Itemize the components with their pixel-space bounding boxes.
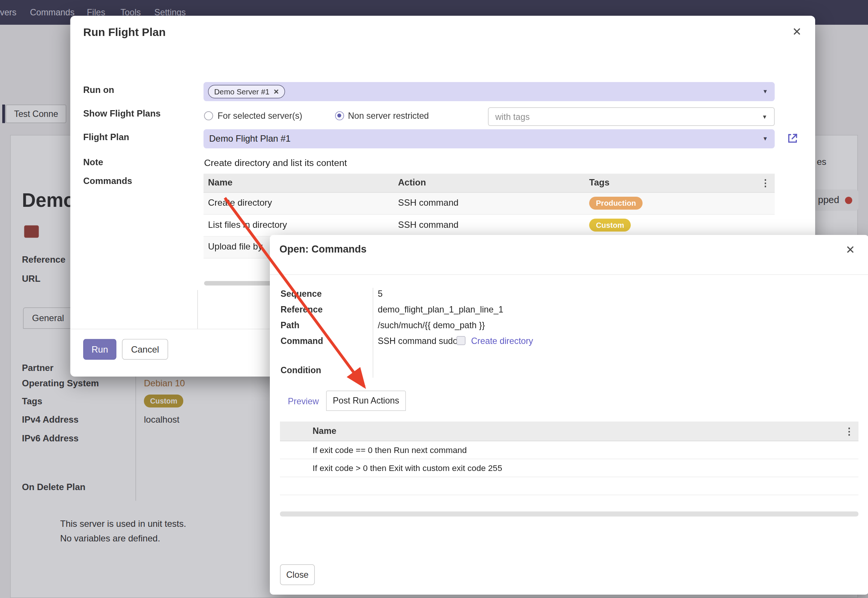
horizontal-scrollbar[interactable]	[280, 511, 859, 517]
post-run-actions-table: Name ⋮ If exit code == 0 then Run next c…	[280, 422, 859, 495]
radio-selected-servers-label[interactable]: For selected server(s)	[218, 111, 302, 121]
col-tags: Tags	[589, 178, 609, 188]
chip-remove-icon[interactable]: ✕	[273, 88, 279, 96]
col-name: Name	[208, 178, 232, 188]
row-name: List files in directory	[208, 220, 287, 230]
tag-badge-production: Production	[589, 197, 643, 210]
run-button[interactable]: Run	[83, 339, 117, 360]
run-on-select[interactable]: Demo Server #1 ✕ ▼	[204, 82, 775, 101]
tag-badge-custom: Custom	[589, 219, 631, 232]
row-action: SSH command	[398, 198, 458, 208]
chevron-down-icon[interactable]: ▼	[762, 88, 768, 95]
row-name: Upload file by	[208, 242, 262, 252]
open-commands-modal: Open: Commands ✕ Sequence Reference Path…	[270, 235, 868, 595]
flight-plan-select[interactable]: Demo Flight Plan #1 ▼	[204, 129, 775, 148]
chevron-down-icon[interactable]: ▼	[762, 136, 768, 142]
run-on-label: Run on	[83, 85, 114, 95]
tab-preview[interactable]: Preview	[288, 396, 319, 407]
row-action: SSH command	[398, 220, 458, 230]
table-row[interactable]: Create directory SSH command Production	[204, 193, 775, 215]
row-name: If exit code > 0 then Exit with custom e…	[313, 463, 502, 473]
create-directory-link[interactable]: Create directory	[471, 336, 533, 346]
radio-non-server-restricted[interactable]	[335, 111, 344, 120]
open-commands-title: Open: Commands	[280, 244, 367, 256]
show-flight-plans-label: Show Flight Plans	[83, 109, 161, 119]
row-name: Create directory	[208, 198, 272, 208]
server-chip[interactable]: Demo Server #1 ✕	[208, 85, 285, 99]
tab-post-run-actions-label: Post Run Actions	[333, 396, 399, 406]
sequence-label: Sequence	[281, 289, 322, 299]
close-icon[interactable]: ✕	[846, 243, 855, 256]
post-run-table-header: Name ⋮	[280, 422, 859, 441]
kebab-menu-icon[interactable]: ⋮	[844, 426, 854, 438]
with-tags-select[interactable]: with tags ▼	[488, 108, 775, 126]
table-row[interactable]: List files in directory SSH command Cust…	[204, 215, 775, 237]
flight-plan-description: Create directory and list its content	[204, 157, 347, 168]
tab-post-run-actions[interactable]: Post Run Actions	[326, 391, 406, 411]
with-tags-placeholder: with tags	[495, 112, 530, 122]
app-stage: vers Commands Files Tools Settings Test …	[0, 0, 868, 598]
commands-table-header: Name Action Tags ⋮	[204, 174, 775, 193]
row-name: If exit code == 0 then Run next command	[313, 445, 467, 455]
close-icon[interactable]: ✕	[792, 25, 802, 38]
field-column-divider	[373, 288, 374, 378]
kebab-menu-icon[interactable]: ⋮	[761, 177, 771, 189]
close-button[interactable]: Close	[280, 564, 315, 585]
header-divider	[270, 274, 868, 275]
command-value: SSH command sudo	[378, 336, 458, 346]
reference-value: demo_flight_plan_1_plan_line_1	[378, 305, 503, 315]
table-row[interactable]: If exit code == 0 then Run next command	[280, 441, 859, 459]
command-label: Command	[281, 336, 323, 346]
run-modal-title: Run Flight Plan	[83, 26, 166, 39]
command-checkbox[interactable]	[456, 336, 465, 345]
path-label: Path	[281, 320, 299, 330]
note-label: Note	[83, 157, 103, 167]
reference-label: Reference	[281, 305, 323, 315]
commands-label: Commands	[83, 176, 132, 186]
path-value: /such/much/{{ demo_path }}	[378, 320, 485, 330]
radio-selected-servers[interactable]	[204, 111, 213, 120]
flight-plan-label: Flight Plan	[83, 132, 129, 142]
external-link-icon[interactable]	[787, 132, 799, 145]
server-chip-label: Demo Server #1	[214, 87, 269, 96]
radio-non-server-restricted-label[interactable]: Non server restricted	[348, 111, 429, 121]
table-row-empty[interactable]	[280, 477, 859, 495]
cancel-button[interactable]: Cancel	[122, 339, 168, 360]
sequence-value: 5	[378, 289, 383, 299]
flight-plan-value: Demo Flight Plan #1	[209, 134, 290, 144]
table-row[interactable]: If exit code > 0 then Exit with custom e…	[280, 459, 859, 477]
table-edge-line	[198, 290, 198, 329]
col-name: Name	[313, 426, 336, 436]
chevron-down-icon[interactable]: ▼	[762, 113, 768, 120]
condition-label: Condition	[281, 365, 321, 375]
col-action: Action	[398, 178, 426, 188]
